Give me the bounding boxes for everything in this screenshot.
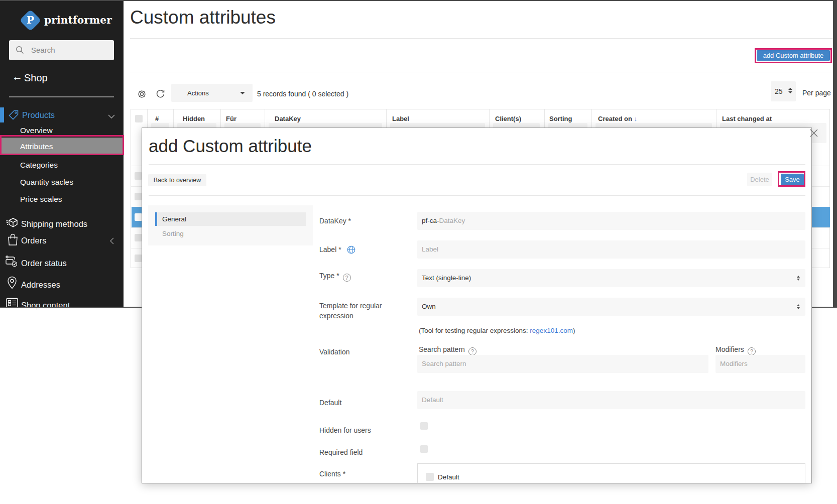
shipping-box-icon xyxy=(6,217,19,231)
type-select[interactable]: Text (single-line) xyxy=(417,269,805,287)
shopping-bag-icon xyxy=(7,233,19,248)
col-header-datakey[interactable]: DataKey xyxy=(275,114,301,123)
active-nav-bar xyxy=(155,212,157,226)
clients-default-checkbox[interactable] xyxy=(426,473,434,481)
header-divider xyxy=(130,38,833,39)
sidebar-item-price-scales[interactable]: Price scales xyxy=(20,195,62,204)
default-input[interactable]: Default xyxy=(417,391,805,409)
order-status-icon xyxy=(5,255,19,271)
actions-dropdown[interactable]: Actions xyxy=(171,84,253,102)
help-icon[interactable]: ? xyxy=(748,347,756,355)
sidebar-search-input[interactable]: Search xyxy=(9,40,114,60)
col-header-sorting[interactable]: Sorting xyxy=(549,114,572,123)
datakey-label: DataKey * xyxy=(319,217,351,225)
tag-icon xyxy=(8,109,19,122)
printformer-logo-letter: P xyxy=(23,12,38,28)
per-page-label: Per page xyxy=(802,89,831,97)
modal-nav-sorting[interactable]: Sorting xyxy=(162,230,184,237)
sidebar-item-categories[interactable]: Categories xyxy=(20,161,58,170)
default-label: Default xyxy=(319,399,341,407)
search-pattern-placeholder: Search pattern xyxy=(422,360,466,367)
per-page-select[interactable]: 25 xyxy=(771,81,796,101)
delete-button[interactable]: Delete xyxy=(747,173,772,186)
required-field-checkbox[interactable] xyxy=(420,445,428,453)
select-arrows-icon xyxy=(797,304,800,309)
sidebar-item-shop-content[interactable]: Shop content xyxy=(21,301,70,310)
modal-divider2 xyxy=(149,195,805,196)
toolbar-divider xyxy=(130,72,833,72)
annotation-box-add-button xyxy=(755,48,832,63)
select-arrows-icon xyxy=(788,88,792,93)
row-checkbox[interactable] xyxy=(135,213,142,221)
validation-label: Validation xyxy=(319,348,349,356)
select-all-checkbox[interactable] xyxy=(135,115,143,122)
actions-label: Actions xyxy=(187,89,209,97)
back-to-overview-button[interactable]: Back to overview xyxy=(148,174,206,186)
annotation-box-save xyxy=(778,171,805,187)
page-title: Custom attributes xyxy=(130,7,276,28)
shop-content-icon xyxy=(6,298,19,311)
col-header-clients[interactable]: Client(s) xyxy=(495,114,521,123)
map-pin-icon xyxy=(7,276,18,292)
datakey-placeholder: DataKey xyxy=(439,217,465,224)
chevron-left-icon[interactable] xyxy=(109,237,114,247)
sidebar-item-addresses[interactable]: Addresses xyxy=(21,280,60,290)
label-placeholder: Label xyxy=(422,245,438,253)
search-placeholder: Search xyxy=(31,46,55,54)
sidebar-divider xyxy=(9,96,114,97)
label-input[interactable]: Label xyxy=(417,240,805,259)
modal-divider xyxy=(149,164,805,165)
col-header-num[interactable]: # xyxy=(155,114,159,123)
hidden-for-users-checkbox[interactable] xyxy=(420,422,428,430)
sidebar-item-orders[interactable]: Orders xyxy=(21,236,46,245)
printformer-logo-text: printformer xyxy=(44,14,112,26)
type-value: Text (single-line) xyxy=(422,274,471,282)
required-field-label: Required field xyxy=(319,448,363,456)
col-header-created-on[interactable]: Created on ↓ xyxy=(598,114,637,123)
chevron-down-icon[interactable] xyxy=(107,112,115,121)
sidebar-item-overview[interactable]: Overview xyxy=(20,126,53,135)
help-icon[interactable]: ? xyxy=(343,274,351,282)
row-checkbox[interactable] xyxy=(135,234,142,241)
gear-icon[interactable] xyxy=(137,89,147,101)
col-header-label[interactable]: Label xyxy=(392,114,409,123)
annotation-box-attributes xyxy=(0,135,124,155)
modal-nav-panel: General Sorting xyxy=(148,205,313,245)
sidebar-back-shop[interactable]: Shop xyxy=(24,72,48,84)
records-count: 5 records found ( 0 selected ) xyxy=(257,90,348,98)
datakey-prefix: pf-ca- xyxy=(422,217,439,224)
globe-icon[interactable] xyxy=(347,245,355,256)
search-pattern-label: Search pattern? xyxy=(419,345,476,355)
refresh-icon[interactable] xyxy=(156,89,165,101)
clients-default-label: Default xyxy=(438,473,459,481)
sidebar-item-order-status[interactable]: Order status xyxy=(21,259,67,268)
back-arrow-icon[interactable]: ← xyxy=(12,71,23,83)
template-label: Template for regular expression xyxy=(319,301,405,321)
type-label: Type *? xyxy=(319,272,351,282)
row-checkbox[interactable] xyxy=(135,255,142,262)
per-page-value: 25 xyxy=(775,87,783,95)
search-pattern-input[interactable]: Search pattern xyxy=(417,355,708,373)
modifiers-input[interactable]: Modifiers xyxy=(715,355,805,373)
sidebar-item-quantity-sacles[interactable]: Quantity sacles xyxy=(20,178,73,187)
close-icon[interactable] xyxy=(810,129,818,139)
products-active-bar xyxy=(0,107,4,122)
clients-group: Default xyxy=(417,463,805,483)
datakey-input[interactable]: pf-ca-DataKey xyxy=(417,212,805,230)
template-value: Own xyxy=(422,303,436,310)
caret-down-icon xyxy=(240,92,245,94)
sort-desc-icon: ↓ xyxy=(634,115,638,122)
col-header-last-changed[interactable]: Last changed at xyxy=(722,114,772,123)
modifiers-label: Modifiers? xyxy=(715,345,756,355)
sidebar-item-products[interactable]: Products xyxy=(22,110,55,120)
template-select[interactable]: Own xyxy=(417,298,805,316)
regex101-link[interactable]: regex101.com xyxy=(530,327,573,334)
modal-title: add Custom attribute xyxy=(149,136,312,156)
sidebar-item-shipping-methods[interactable]: Shipping methods xyxy=(21,219,87,229)
modal-nav-general[interactable]: General xyxy=(155,212,306,226)
row-checkbox[interactable] xyxy=(135,193,142,200)
help-icon[interactable]: ? xyxy=(468,347,476,355)
row-checkbox[interactable] xyxy=(135,172,142,180)
select-arrows-icon xyxy=(797,276,800,281)
search-icon xyxy=(16,46,24,56)
